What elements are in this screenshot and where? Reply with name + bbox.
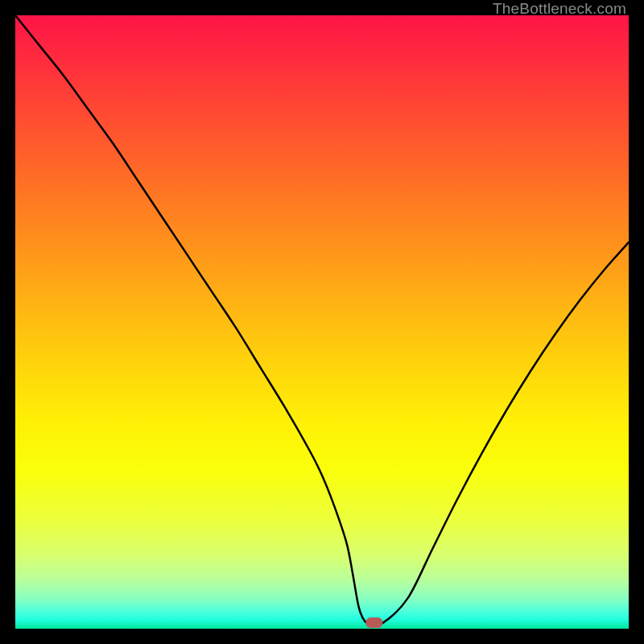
plot-area — [15, 15, 629, 629]
bottleneck-curve — [15, 15, 629, 625]
chart-container: TheBottleneck.com — [0, 0, 644, 644]
watermark: TheBottleneck.com — [493, 0, 626, 18]
min-marker — [365, 617, 382, 627]
chart-svg — [15, 15, 629, 629]
